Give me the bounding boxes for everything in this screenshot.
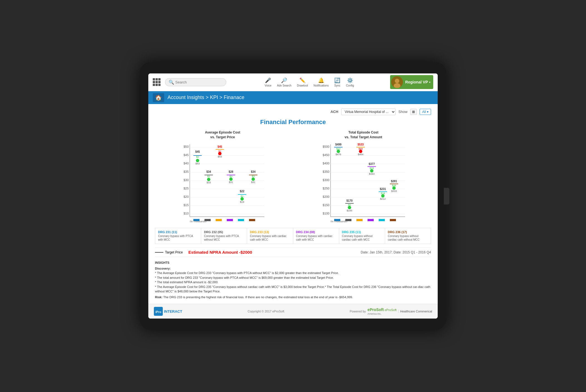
search-bar[interactable]: 🔍 xyxy=(165,78,226,86)
svg-text:$25: $25 xyxy=(184,187,189,190)
adv-search-nav-item[interactable]: 🔎 Adv Search xyxy=(275,76,294,88)
drg-234-desc: Coronary bypass with cardiac cath with M… xyxy=(296,234,336,241)
all-dropdown-button[interactable]: All ▾ xyxy=(420,109,431,115)
svg-text:$212: $212 xyxy=(380,198,386,200)
main-content: ACH Virtua Memorial Hospital of ... Show… xyxy=(148,104,438,304)
insight-line-1: * The Average Episode Cost for DRG 233 "… xyxy=(155,271,431,275)
svg-text:$33: $33 xyxy=(206,181,211,184)
svg-text:$250: $250 xyxy=(323,187,329,190)
svg-text:$31: $31 xyxy=(251,181,255,184)
charts-row: Average Episode Costvs. Target Price $50… xyxy=(155,130,431,224)
sync-nav-item[interactable]: 🔄 Sync xyxy=(332,76,343,88)
top-nav: 🔍 🎤 Voice 🔎 Adv Search ✏️ Drawtool 🔔 xyxy=(148,73,438,91)
drg-item-234: DRG 234 (08) Coronary bypass with cardia… xyxy=(293,228,339,244)
insight-line-2: * The total amount for DRG 233 "Coronary… xyxy=(155,275,431,280)
search-icon: 🔍 xyxy=(169,80,174,85)
show-label: Show xyxy=(398,110,408,114)
svg-text:$200: $200 xyxy=(323,195,329,198)
home-icon[interactable]: 🏠 xyxy=(153,93,164,102)
svg-text:$15: $15 xyxy=(184,203,189,207)
svg-text:$28: $28 xyxy=(229,170,233,173)
voice-label: Voice xyxy=(265,84,271,87)
drg-item-235: DRG 235 (11) Coronary bypass without car… xyxy=(339,228,385,244)
svg-point-50 xyxy=(252,177,255,181)
svg-text:$40: $40 xyxy=(184,162,189,165)
svg-rect-56 xyxy=(227,219,233,221)
right-chart: Total Episode Costvs. Total Target Amoun… xyxy=(296,130,431,224)
sync-label: Sync xyxy=(334,84,340,87)
svg-text:$150: $150 xyxy=(323,203,329,207)
user-dropdown-icon: ▾ xyxy=(429,81,430,84)
risk-text: The DRG 233 is presenting the highest ri… xyxy=(163,295,353,299)
grid-menu-icon[interactable] xyxy=(153,78,161,86)
svg-text:$34: $34 xyxy=(206,170,211,173)
svg-text:$350: $350 xyxy=(323,170,329,173)
svg-text:(In Thousands): (In Thousands) xyxy=(190,220,206,222)
svg-text:$2: $2 xyxy=(196,156,199,158)
eprosoft-label: eProSoft xyxy=(385,308,397,312)
search-input[interactable] xyxy=(175,80,223,84)
svg-text:$35: $35 xyxy=(184,170,189,173)
svg-text:$2: $2 xyxy=(218,150,221,153)
svg-rect-58 xyxy=(249,219,255,221)
svg-text:$100: $100 xyxy=(323,212,329,215)
adv-search-label: Adv Search xyxy=(277,84,292,87)
interact-text: INTERACT xyxy=(164,309,182,314)
svg-text:$281: $281 xyxy=(391,180,397,183)
notifications-nav-item[interactable]: 🔔 Notifications xyxy=(311,76,331,88)
svg-text:iPro: iPro xyxy=(155,310,161,314)
target-line-symbol xyxy=(155,252,163,253)
drawtool-nav-item[interactable]: ✏️ Drawtool xyxy=(295,76,310,88)
left-chart-subtitle: Average Episode Costvs. Target Price xyxy=(155,130,290,140)
insight-line-4: * The Average Episode Cost for DRG 235 "… xyxy=(155,285,431,294)
tablet-side-button[interactable] xyxy=(444,188,449,204)
filter-row: ACH Virtua Memorial Hospital of ... Show… xyxy=(155,109,431,115)
left-chart: Average Episode Costvs. Target Price $50… xyxy=(155,130,290,224)
chart-title: Financial Performance xyxy=(155,119,431,126)
svg-point-40 xyxy=(229,177,233,181)
powered-by-label: Powered by xyxy=(350,310,366,313)
grid-view-button[interactable]: ⊞ xyxy=(410,109,417,115)
svg-text:$3: $3 xyxy=(252,175,255,178)
date-range: Date: Jan 15th, 2017; Date: 2015 Q1 - 20… xyxy=(361,250,431,254)
config-icon: ⚙️ xyxy=(347,77,353,83)
svg-text:$400: $400 xyxy=(323,162,329,165)
drg-item-232: DRG 232 (05) Coronary bypass with PTCA w… xyxy=(201,228,247,244)
footer-logo: iPro INTERACT xyxy=(154,307,182,316)
footer-right: Powered by eProSoft eProSoft America Inc… xyxy=(350,307,432,315)
svg-text:$3: $3 xyxy=(230,175,232,178)
svg-text:$10: $10 xyxy=(184,212,189,215)
svg-text:$300: $300 xyxy=(323,178,329,182)
tablet-screen: 🔍 🎤 Voice 🔎 Adv Search ✏️ Drawtool 🔔 xyxy=(148,73,438,319)
config-nav-item[interactable]: ⚙️ Config xyxy=(344,76,356,88)
voice-nav-item[interactable]: 🎤 Voice xyxy=(262,76,274,88)
svg-text:$170: $170 xyxy=(346,199,353,202)
svg-text:$333: $333 xyxy=(391,190,397,193)
user-area[interactable]: Regional VP ▾ xyxy=(390,75,433,89)
insights-title: INSIGHTS xyxy=(155,260,431,265)
notifications-icon: 🔔 xyxy=(318,77,324,83)
svg-text:$499: $499 xyxy=(335,143,342,146)
hospital-select[interactable]: Virtua Memorial Hospital of ... xyxy=(341,109,396,115)
svg-point-25 xyxy=(196,159,199,162)
svg-text:$34: $34 xyxy=(251,170,256,173)
user-name-label: Regional VP xyxy=(405,80,428,84)
healthcare-tagline: Healthcare Commerical xyxy=(398,310,432,313)
sync-icon: 🔄 xyxy=(334,77,340,83)
svg-text:$165: $165 xyxy=(347,209,352,212)
left-chart-svg: $50 $45 $40 $35 $30 $25 $20 $15 $10 xyxy=(155,142,290,222)
voice-icon: 🎤 xyxy=(265,77,271,83)
svg-text:$377: $377 xyxy=(369,162,375,166)
epro-company-name: eProSoft xyxy=(368,307,384,312)
svg-text:$476: $476 xyxy=(336,153,341,156)
svg-text:$5: $5 xyxy=(348,204,351,206)
npra-amount: Estimated NPRA Amount -$2000 xyxy=(188,250,252,255)
drg-233-desc: Coronary bypass with cardiac cath with M… xyxy=(250,234,290,241)
svg-rect-113 xyxy=(368,219,374,221)
svg-text:$43: $43 xyxy=(195,162,200,165)
drg-231-code: DRG 231 (11) xyxy=(158,230,198,234)
svg-text:$33: $33 xyxy=(370,167,374,170)
drawtool-icon: ✏️ xyxy=(299,77,306,83)
drg-232-desc: Coronary bypass with PTCA without MCC xyxy=(204,234,244,241)
drg-233-code: DRG 233 (13) xyxy=(250,230,290,234)
